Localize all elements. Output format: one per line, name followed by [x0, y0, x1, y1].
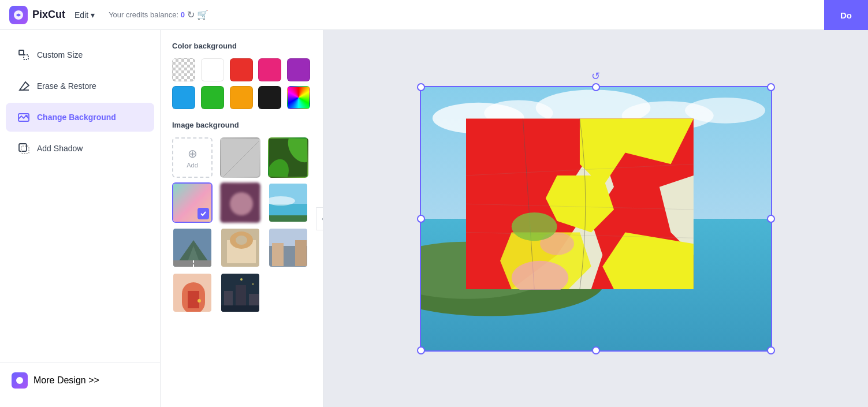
- svg-point-46: [252, 283, 254, 285]
- image-bg-thumb-arches[interactable]: [220, 227, 260, 268]
- svg-rect-9: [21, 146, 29, 154]
- image-bg-grid: ⊕ Add: [172, 137, 311, 313]
- sidebar-more-design-label: More Design >>: [33, 375, 99, 386]
- svg-rect-2: [24, 55, 28, 59]
- color-swatch-blue[interactable]: [172, 86, 195, 109]
- sidebar-item-add-shadow[interactable]: Add Shadow: [6, 134, 154, 163]
- color-grid: [172, 58, 311, 109]
- canvas-image[interactable]: ↺: [420, 86, 772, 352]
- sidebar-item-erase-restore-label: Erase & Restore: [37, 81, 96, 91]
- svg-rect-21: [269, 215, 308, 223]
- overlay-layer: [466, 118, 694, 289]
- svg-point-10: [16, 377, 23, 384]
- color-bg-title: Color background: [172, 42, 311, 50]
- svg-point-57: [512, 212, 557, 241]
- image-bg-thumb-door[interactable]: [172, 272, 213, 313]
- color-swatch-rainbow[interactable]: [287, 86, 310, 109]
- sidebar-item-change-background[interactable]: Change Background: [6, 103, 154, 132]
- bg-panel: Color background Image background ⊕ Add: [161, 30, 323, 407]
- logo-text: PixCut: [32, 9, 65, 21]
- handle-bottom-right[interactable]: [767, 346, 775, 354]
- color-swatch-pink[interactable]: [258, 58, 281, 81]
- rotate-handle[interactable]: ↺: [591, 70, 600, 83]
- svg-point-45: [240, 278, 243, 281]
- plus-icon: ⊕: [188, 147, 198, 160]
- handle-bottom-center[interactable]: [592, 346, 600, 354]
- image-bg-thumb-blur[interactable]: [220, 182, 260, 223]
- svg-point-18: [230, 192, 253, 215]
- image-bg-thumb-coastal-selected[interactable]: [172, 182, 213, 223]
- add-image-bg-button[interactable]: ⊕ Add: [172, 137, 213, 178]
- handle-middle-left[interactable]: [417, 215, 425, 223]
- selected-check-badge: [198, 208, 209, 219]
- logo: PixCut: [9, 6, 65, 24]
- sidebar-item-custom-size[interactable]: Custom Size: [6, 40, 154, 69]
- add-label: Add: [187, 162, 198, 169]
- done-button[interactable]: Do: [824, 0, 868, 30]
- color-swatch-transparent[interactable]: [172, 58, 195, 81]
- handle-bottom-left[interactable]: [417, 346, 425, 354]
- sidebar-more-design[interactable]: More Design >>: [0, 363, 160, 398]
- color-swatch-white[interactable]: [201, 58, 224, 81]
- handle-top-right[interactable]: [767, 83, 775, 91]
- handle-top-left[interactable]: [417, 83, 425, 91]
- svg-rect-8: [19, 144, 27, 151]
- svg-rect-38: [188, 291, 199, 308]
- handle-middle-right[interactable]: [767, 215, 775, 223]
- refresh-icon[interactable]: ↻: [187, 9, 195, 20]
- sidebar-item-change-background-label: Change Background: [37, 113, 116, 122]
- color-swatch-black[interactable]: [258, 86, 281, 109]
- main-layout: Custom Size Erase & Restore Change Backg…: [0, 30, 868, 407]
- header: PixCut Edit ▾ Your credits balance: 0 ↻ …: [0, 0, 868, 30]
- overlay-svg: [466, 118, 694, 289]
- sidebar: Custom Size Erase & Restore Change Backg…: [0, 30, 161, 407]
- crop-icon: [17, 48, 30, 61]
- edit-label: Edit: [74, 10, 88, 20]
- svg-point-7: [25, 115, 28, 117]
- cart-icon[interactable]: 🛒: [197, 9, 208, 20]
- shadow-icon: [17, 142, 30, 155]
- eraser-icon: [17, 80, 30, 92]
- logo-svg: [13, 9, 24, 21]
- design-icon: [12, 372, 28, 389]
- svg-rect-11: [221, 139, 260, 178]
- image-bg-thumb-gray[interactable]: [220, 137, 260, 178]
- handle-top-center[interactable]: [592, 83, 600, 91]
- edit-chevron: ▾: [91, 10, 95, 20]
- credits-label: Your credits balance: 0: [109, 10, 185, 19]
- canvas-area: ↺: [323, 30, 868, 407]
- sidebar-item-custom-size-label: Custom Size: [37, 50, 83, 59]
- sidebar-item-add-shadow-label: Add Shadow: [37, 144, 83, 153]
- color-swatch-green[interactable]: [201, 86, 224, 109]
- svg-point-31: [236, 236, 247, 245]
- color-swatch-red[interactable]: [230, 58, 253, 81]
- background-icon: [17, 111, 30, 124]
- image-bg-thumb-road[interactable]: [172, 227, 213, 268]
- image-bg-thumb-city[interactable]: [220, 272, 260, 313]
- panel-collapse-button[interactable]: ‹: [316, 207, 323, 230]
- canvas-wrapper: ↺: [420, 86, 772, 352]
- edit-menu[interactable]: Edit ▾: [74, 10, 95, 20]
- svg-rect-1: [19, 50, 24, 55]
- logo-icon: [9, 6, 28, 24]
- image-bg-thumb-leaves[interactable]: [268, 137, 308, 178]
- svg-rect-44: [221, 305, 260, 313]
- image-bg-thumb-street[interactable]: [268, 227, 308, 268]
- image-bg-thumb-beach[interactable]: [268, 182, 308, 223]
- image-bg-title: Image background: [172, 121, 311, 129]
- svg-point-39: [198, 299, 201, 303]
- color-swatch-orange[interactable]: [230, 86, 253, 109]
- sidebar-item-erase-restore[interactable]: Erase & Restore: [6, 72, 154, 100]
- svg-rect-34: [272, 243, 284, 266]
- svg-rect-35: [295, 240, 307, 266]
- color-swatch-purple[interactable]: [287, 58, 310, 81]
